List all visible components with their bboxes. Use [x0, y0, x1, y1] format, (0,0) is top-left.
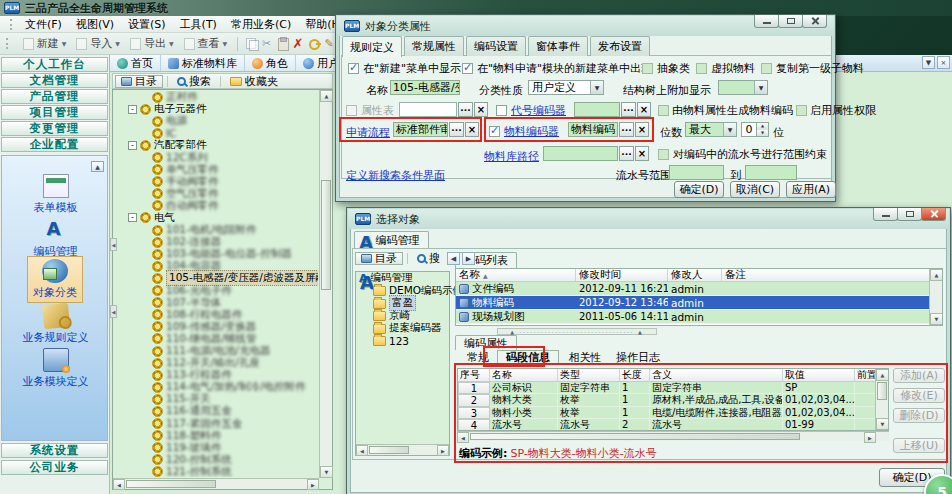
digits-spinner[interactable]: 0 ▲▼	[741, 122, 769, 137]
list-row[interactable]: 现场规划图2011-05-06 14:11:27admin	[456, 310, 942, 324]
dialog1-tab-常规属性[interactable]: 常规属性	[404, 36, 464, 56]
toolbar-dropdown-button[interactable]: 导入▼	[72, 34, 124, 53]
tree-node[interactable]: -汽配零部件	[114, 139, 318, 151]
attr-table-browse-button[interactable]: ...	[458, 102, 473, 117]
subtab-相关性[interactable]: 相关性	[561, 350, 609, 365]
scroll-down-icon[interactable]: ▼	[876, 418, 889, 430]
explorer-favorites-button[interactable]: 收藏夹	[225, 75, 283, 88]
toolbar-dropdown-button[interactable]: 导出▼	[126, 34, 178, 53]
scrollbar-thumb[interactable]	[369, 446, 409, 454]
splitter-collapse-left-icon[interactable]: ◀	[110, 238, 117, 251]
column-header-长度[interactable]: 长度	[620, 369, 650, 381]
scrollbar-thumb[interactable]	[470, 433, 800, 440]
sidebar-button-公司业务[interactable]: 公司业务	[1, 460, 108, 475]
chevron-down-icon[interactable]: ▼	[590, 81, 603, 94]
coding-tree-horizontal-scrollbar[interactable]: ◀ ▶	[356, 444, 449, 455]
attr-table-input[interactable]	[399, 102, 457, 117]
dialog1-button-取消(C)[interactable]: 取消(C)	[730, 181, 780, 198]
checkbox-serial-constraint[interactable]	[658, 149, 669, 160]
material-path-browse-button[interactable]: ...	[619, 146, 634, 161]
list-row[interactable]: 物料编码2012-09-12 13:46:49admin	[456, 296, 942, 310]
apply-flow-browse-button[interactable]: ...	[449, 122, 464, 137]
copy-icon[interactable]	[244, 36, 258, 51]
dialog1-tab-窗体事件[interactable]: 窗体事件	[528, 36, 588, 56]
scroll-left-icon[interactable]: ◀	[356, 445, 368, 456]
attr-table-clear-button[interactable]: ×	[474, 102, 488, 117]
menu-item[interactable]: 常用业务(C)	[224, 16, 298, 33]
list-row[interactable]: 文件编码2012-09-11 16:21:38admin	[456, 282, 942, 296]
code-generator-clear-button[interactable]: ×	[637, 102, 651, 117]
code-generator-input[interactable]	[574, 102, 620, 117]
expand-minus-icon[interactable]: -	[128, 105, 137, 114]
scroll-right-icon[interactable]: ▶	[307, 479, 319, 490]
segment-button-添加(A)[interactable]: 添加(A)	[893, 368, 945, 383]
key-icon[interactable]	[307, 36, 321, 51]
splitter-collapse-left-icon[interactable]: ◀	[110, 305, 117, 318]
scrollbar-thumb[interactable]	[126, 480, 216, 488]
paste-icon[interactable]	[275, 36, 289, 51]
expand-minus-icon[interactable]: -	[128, 213, 137, 222]
toolbar-dropdown-button[interactable]: 新建▼	[19, 34, 71, 53]
coding-tree-folder[interactable]: 123	[356, 335, 449, 348]
apply-flow-clear-button[interactable]: ×	[465, 122, 479, 137]
table-horizontal-scrollbar[interactable]: ◀ ▶	[457, 431, 889, 441]
tab-角色[interactable]: 角色	[245, 55, 296, 71]
scroll-right-icon[interactable]: ▶	[437, 445, 449, 456]
tree-horizontal-scrollbar[interactable]: ◀ ▶	[113, 478, 319, 489]
code-generator-link[interactable]: 代号编码器	[511, 103, 566, 118]
material-path-input[interactable]	[543, 146, 618, 161]
scroll-down-icon[interactable]: ▼	[930, 313, 943, 325]
apply-flow-input[interactable]: 标准部件审核流	[393, 122, 448, 137]
checkbox-abstract-class[interactable]	[642, 63, 653, 74]
edit-icon[interactable]: ✎	[322, 36, 336, 51]
checkbox-copy-first-level[interactable]	[761, 63, 772, 74]
subtab-码段信息[interactable]: 码段信息	[497, 350, 559, 365]
tab-coding-management[interactable]: A 编码管理	[354, 231, 429, 248]
table-row[interactable]: 2物料大类枚举1原材料,半成品,成品,工具,设备..01,02,03,04...	[458, 394, 888, 406]
sidebar-item-对象分类[interactable]: 对象分类	[27, 256, 83, 303]
checkbox-code-generator[interactable]	[496, 105, 507, 116]
tab-首页[interactable]: 首页	[110, 55, 161, 71]
dialog1-button-确定(D)[interactable]: 确定(D)	[674, 181, 724, 198]
close-button[interactable]	[921, 208, 946, 221]
toolbar-dropdown-button[interactable]: 查看▼	[180, 34, 232, 53]
tree-node[interactable]: -电子元器件	[114, 103, 318, 115]
column-header-前置字[interactable]: 前置字	[855, 369, 877, 381]
checkbox-attr-permission[interactable]	[796, 105, 807, 116]
checkbox-material-coder[interactable]	[489, 126, 500, 137]
subtab-操作日志[interactable]: 操作日志	[609, 350, 667, 365]
sidebar-button-文档管理[interactable]: 文档管理	[1, 73, 108, 88]
sidebar-item-表单模板[interactable]: 表单模板	[2, 174, 108, 215]
dialog1-tab-编码设置[interactable]: 编码设置	[466, 36, 526, 56]
delete-icon[interactable]: ✗	[291, 36, 305, 51]
menu-item[interactable]: 视图(V)	[69, 16, 121, 33]
column-header-含义[interactable]: 含义	[650, 369, 783, 381]
table-row[interactable]: 4流水号流水号2流水号01-99	[458, 419, 888, 431]
material-coder-browse-button[interactable]: ...	[619, 122, 634, 137]
checkbox-show-in-new-menu[interactable]	[348, 63, 359, 74]
tree-node[interactable]: 正村件	[114, 91, 318, 103]
scroll-left-icon[interactable]: ◀	[457, 432, 469, 443]
tree-vertical-scrollbar[interactable]: ▲ ▼	[319, 90, 332, 478]
tree-node[interactable]: 114-电气/加热/制冷/电控附件	[114, 381, 318, 393]
define-search-link[interactable]: 定义新搜索条件界面	[346, 168, 445, 183]
coding-tree-folder[interactable]: 富盈	[356, 297, 449, 310]
scrollbar-thumb[interactable]	[321, 180, 331, 290]
column-header-类型[interactable]: 类型	[558, 369, 620, 381]
dialog1-tab-发布设置[interactable]: 发布设置	[590, 36, 650, 56]
tab-close-button[interactable]: ×	[937, 56, 950, 69]
column-header-修改人[interactable]: 修改人	[668, 269, 722, 281]
material-path-link[interactable]: 物料库路径	[484, 149, 539, 164]
sidebar-button-个人工作台[interactable]: 个人工作台	[1, 57, 108, 72]
tree-node[interactable]: 电源	[114, 115, 318, 127]
checkbox-generate-code-from-attrs[interactable]	[658, 105, 669, 116]
menu-item[interactable]: 工具(T)	[173, 16, 224, 33]
scroll-up-icon[interactable]: ▲	[320, 90, 333, 102]
menu-item[interactable]: 设置(S)	[121, 16, 173, 33]
spin-down-icon[interactable]: ▼	[757, 130, 768, 137]
tab-coding-properties[interactable]: 编码属性	[455, 335, 517, 350]
material-coder-clear-button[interactable]: ×	[635, 122, 649, 137]
serial-range-from-input[interactable]	[669, 165, 724, 180]
table-row[interactable]: 1公司标识固定字符串1固定字符串SP	[458, 382, 888, 394]
serial-range-to-input[interactable]	[745, 165, 797, 180]
